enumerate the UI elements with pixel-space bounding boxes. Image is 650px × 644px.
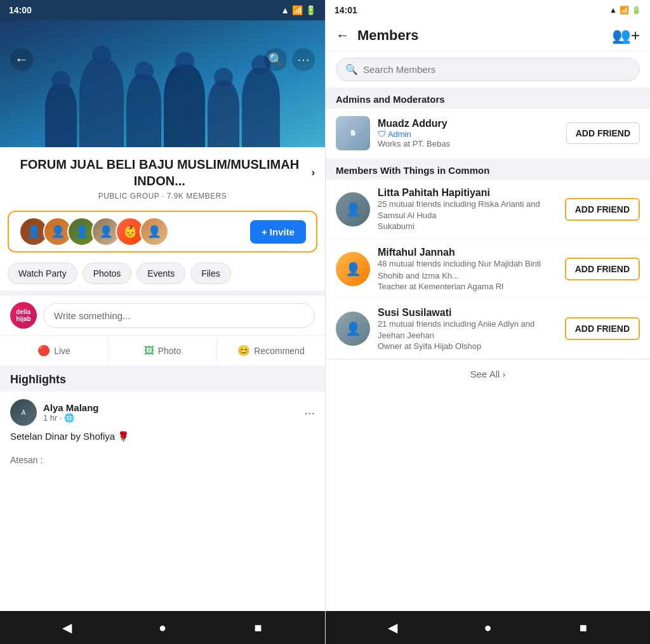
admin-info: Muadz Addury 🛡 Admin Works at PT. Bebas [378, 118, 559, 148]
photo-button[interactable]: 🖼 Photo [109, 338, 217, 363]
recommend-icon: 😊 [237, 345, 250, 357]
home-nav-button-left[interactable]: ● [151, 616, 174, 639]
admin-member-item: 📄 Muadz Addury 🛡 Admin Works at PT. Beba… [326, 108, 650, 159]
signal-icon: 📶 [292, 5, 303, 15]
photo-icon: 🖼 [144, 345, 154, 357]
post-more-button[interactable]: ··· [304, 405, 315, 420]
add-member-icon: 👥+ [612, 27, 640, 44]
group-info: FORUM JUAL BELI BAJU MUSLIM/MUSLIMAH IND… [0, 147, 325, 206]
post-continuation: Atesan : [0, 450, 325, 470]
admins-section-header: Admins and Moderators [326, 88, 650, 108]
back-button-left[interactable]: ← [10, 48, 33, 71]
member-detail-miftahul: Teacher at Kementerian Agama RI [378, 282, 557, 291]
see-all-arrow: › [502, 369, 505, 379]
write-section: deliahijab Write something... [0, 291, 325, 335]
common-section-title: Members With Things in Common [336, 165, 640, 176]
media-actions: 🔴 Live 🖼 Photo 😊 Recommend [0, 335, 325, 365]
group-meta: PUBLIC GROUP · 7.9K MEMBERS [10, 192, 315, 200]
member-avatar-miftahul: 👤 [336, 252, 370, 286]
action-tabs: Watch Party Photos Events Files [0, 258, 325, 291]
live-button[interactable]: 🔴 Live [0, 338, 109, 363]
status-bar-right: 14:01 ▲ 📶 🔋 [326, 0, 650, 20]
post-header: A Alya Malang 1 hr · 🌐 ··· [10, 399, 315, 426]
wifi-icon-right: ▲ [609, 6, 617, 15]
admin-avatar: 📄 [336, 116, 370, 150]
back-nav-button-left[interactable]: ◀ [55, 616, 78, 639]
admin-name: Muadz Addury [378, 118, 559, 129]
add-friend-admin-button[interactable]: ADD FRIEND [566, 122, 640, 144]
post-author-name: Alya Malang [43, 402, 298, 413]
members-title: Members [357, 27, 604, 44]
member-item-susi: 👤 Susi Susilawati 21 mutual friends incl… [326, 299, 650, 359]
tab-events[interactable]: Events [136, 263, 185, 284]
post-meta: 1 hr · 🌐 [43, 413, 298, 423]
group-title: FORUM JUAL BELI BAJU MUSLIM/MUSLIMAH IND… [10, 156, 315, 189]
status-bar-left: 14:00 ▲ 📶 🔋 [0, 0, 325, 20]
status-time-left: 14:00 [9, 5, 32, 15]
add-friend-miftahul-button[interactable]: ADD FRIEND [565, 258, 640, 280]
bottom-nav-left: ◀ ● ■ [0, 611, 325, 644]
search-bar[interactable]: 🔍 [336, 58, 640, 81]
tab-photos[interactable]: Photos [83, 263, 132, 284]
common-section-header: Members With Things in Common [326, 159, 650, 180]
admin-detail: Works at PT. Bebas [378, 139, 559, 148]
admin-role: 🛡 Admin [378, 129, 559, 139]
member-name-miftahul: Miftahul Jannah [378, 247, 557, 258]
battery-icon-right: 🔋 [632, 6, 641, 15]
write-avatar: deliahijab [10, 302, 37, 329]
member-item-litta: 👤 Litta Pahitah Hapitiyani 25 mutual fri… [326, 180, 650, 239]
members-avatars-row: 👤 👤 👤 👤 👶 👤 + Invite [8, 211, 317, 253]
signal-icon-right: 📶 [620, 6, 629, 15]
avatar-stack: 👤 👤 👤 👤 👶 👤 [19, 217, 169, 246]
see-all-row[interactable]: See All › [326, 359, 650, 388]
member-detail-susi: Owner at Syifa Hijab Olshop [378, 341, 557, 351]
live-icon: 🔴 [37, 345, 50, 357]
member-mutual-susi: 21 mutual friends including Aniie Adlyn … [378, 319, 557, 341]
admins-section-title: Admins and Moderators [336, 94, 640, 105]
member-info-miftahul: Miftahul Jannah 48 mutual friends includ… [378, 247, 557, 291]
search-button[interactable]: 🔍 [264, 48, 287, 71]
search-icon-right: 🔍 [345, 63, 358, 76]
highlights-section: Highlights [0, 365, 325, 391]
recommend-button[interactable]: 😊 Recommend [217, 338, 325, 363]
member-avatar-litta: 👤 [336, 192, 370, 227]
member-item-miftahul: 👤 Miftahul Jannah 48 mutual friends incl… [326, 239, 650, 299]
tab-watch-party[interactable]: Watch Party [8, 263, 77, 284]
status-icons-right: ▲ 📶 🔋 [609, 6, 641, 15]
member-name-susi: Susi Susilawati [378, 307, 557, 319]
left-panel: 14:00 ▲ 📶 🔋 ← 🔍 ⋯ [0, 0, 325, 644]
nav-right-icons: 🔍 ⋯ [264, 48, 315, 71]
avatar-6: 👤 [140, 217, 169, 246]
top-nav-left: ← 🔍 ⋯ [0, 41, 325, 79]
member-mutual-litta: 25 mutual friends including Riska Ariant… [378, 199, 557, 221]
post-content: Setelan Dinar by Shofiya 🌹 [10, 431, 315, 442]
status-time-right: 14:01 [335, 5, 357, 15]
tab-files[interactable]: Files [190, 263, 231, 284]
invite-button[interactable]: + Invite [250, 220, 306, 244]
add-friend-susi-button[interactable]: ADD FRIEND [565, 317, 640, 340]
member-name-litta: Litta Pahitah Hapitiyani [378, 187, 557, 199]
recent-nav-button-right[interactable]: ■ [572, 616, 595, 639]
member-avatar-susi: 👤 [336, 312, 370, 346]
member-mutual-miftahul: 48 mutual friends including Nur Majidah … [378, 258, 557, 281]
write-input[interactable]: Write something... [43, 303, 315, 328]
group-title-chevron: › [312, 166, 315, 180]
member-info-litta: Litta Pahitah Hapitiyani 25 mutual frien… [378, 187, 557, 231]
back-nav-button-right[interactable]: ◀ [381, 616, 404, 639]
highlights-title: Highlights [10, 373, 315, 386]
status-icons-left: ▲ 📶 🔋 [281, 5, 316, 15]
wifi-icon: ▲ [281, 5, 289, 15]
members-header: ← Members 👥+ [326, 20, 650, 51]
member-detail-litta: Sukabumi [378, 221, 557, 231]
recent-nav-button-left[interactable]: ■ [247, 616, 270, 639]
hero-banner: ← 🔍 ⋯ [0, 20, 325, 147]
back-button-right[interactable]: ← [336, 27, 350, 44]
post-item: A Alya Malang 1 hr · 🌐 ··· Setelan Dinar… [0, 391, 325, 450]
more-button[interactable]: ⋯ [292, 48, 315, 71]
search-input[interactable] [363, 64, 630, 75]
bottom-nav-right: ◀ ● ■ [326, 611, 650, 644]
home-nav-button-right[interactable]: ● [476, 616, 499, 639]
add-member-button[interactable]: 👥+ [612, 27, 640, 44]
see-all-text: See All [470, 369, 500, 379]
add-friend-litta-button[interactable]: ADD FRIEND [565, 198, 640, 221]
